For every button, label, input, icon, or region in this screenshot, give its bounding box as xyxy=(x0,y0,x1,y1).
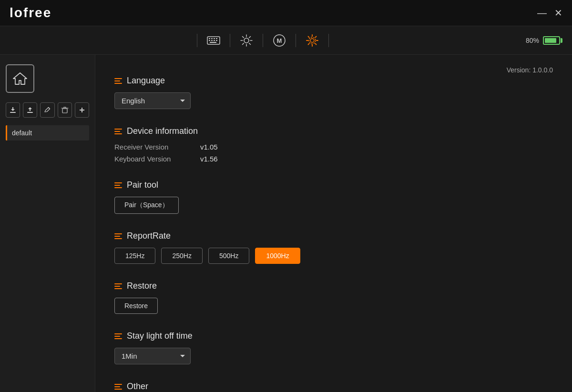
svg-rect-8 xyxy=(216,40,217,41)
rate-250hz-button[interactable]: 250Hz xyxy=(161,248,202,264)
svg-rect-1 xyxy=(209,38,210,39)
minimize-button[interactable]: — xyxy=(537,8,547,19)
restore-section-lines-icon xyxy=(114,283,122,289)
other-header: Other xyxy=(114,382,553,392)
stay-light-select[interactable]: 30Sec 1Min 2Min 5Min 10Min Never xyxy=(114,348,191,364)
app-logo: lofree xyxy=(10,5,51,20)
device-section-lines-icon xyxy=(114,129,122,134)
title-bar: lofree — ✕ xyxy=(0,0,572,26)
svg-line-16 xyxy=(249,43,251,44)
svg-rect-3 xyxy=(214,38,215,39)
nav-separator-2 xyxy=(230,34,230,47)
rate-buttons-group: 125Hz 250Hz 500Hz 1000Hz xyxy=(114,248,553,264)
other-section-lines-icon xyxy=(114,384,122,390)
report-rate-header: ReportRate xyxy=(114,231,553,241)
svg-point-22 xyxy=(309,37,316,44)
delete-button[interactable] xyxy=(58,102,72,118)
download-button[interactable] xyxy=(6,102,20,118)
language-section-title: Language xyxy=(127,76,165,86)
svg-rect-5 xyxy=(209,40,210,41)
main-layout: default Version: 1.0.0.0 Language Englis… xyxy=(0,55,572,392)
keyboard-version-row: Keyboard Version v1.56 xyxy=(114,155,553,163)
language-section-header: Language xyxy=(114,76,553,86)
stay-light-section: Stay light off time 30Sec 1Min 2Min 5Min… xyxy=(114,331,553,364)
device-info-title: Device information xyxy=(127,126,198,136)
svg-line-18 xyxy=(242,43,244,44)
light-section-lines-icon xyxy=(114,333,122,339)
other-section: Other xyxy=(114,382,553,392)
svg-line-17 xyxy=(249,36,251,38)
device-info-header: Device information xyxy=(114,126,553,136)
svg-point-21 xyxy=(310,39,314,42)
stay-light-title: Stay light off time xyxy=(127,331,193,341)
rate-500hz-button[interactable]: 500Hz xyxy=(208,248,249,264)
nav-icons: M xyxy=(192,31,334,50)
svg-point-10 xyxy=(244,38,249,43)
profile-default[interactable]: default xyxy=(6,125,89,141)
svg-rect-9 xyxy=(210,42,216,43)
rate-125hz-button[interactable]: 125Hz xyxy=(114,248,155,264)
keyboard-label: Keyboard Version xyxy=(114,155,191,163)
stay-light-header: Stay light off time xyxy=(114,331,553,341)
upload-button[interactable] xyxy=(23,102,37,118)
svg-rect-23 xyxy=(10,112,16,113)
svg-rect-25 xyxy=(62,109,67,113)
battery-icon xyxy=(543,36,562,45)
nav-separator-3 xyxy=(263,34,263,47)
receiver-value: v1.05 xyxy=(200,143,218,151)
sidebar-actions xyxy=(6,102,89,118)
battery-percent: 80% xyxy=(526,37,539,44)
nav-bar: M 80% xyxy=(0,26,572,55)
svg-rect-7 xyxy=(214,40,215,41)
light-nav-button[interactable] xyxy=(235,31,258,50)
pair-section-lines-icon xyxy=(114,182,122,188)
battery-area: 80% xyxy=(526,36,562,45)
pair-tool-title: Pair tool xyxy=(127,180,158,190)
content-area: Version: 1.0.0.0 Language English Chines… xyxy=(95,55,572,392)
svg-rect-2 xyxy=(211,38,213,39)
title-bar-controls: — ✕ xyxy=(537,7,562,19)
close-button[interactable]: ✕ xyxy=(554,7,562,19)
version-label: Version: 1.0.0.0 xyxy=(507,66,553,74)
svg-rect-4 xyxy=(216,38,217,39)
restore-button[interactable]: Restore xyxy=(114,298,158,314)
pair-button[interactable]: Pair（Space） xyxy=(114,197,179,214)
device-info-section: Device information Receiver Version v1.0… xyxy=(114,126,553,163)
restore-header: Restore xyxy=(114,281,553,291)
language-select[interactable]: English Chinese Japanese German French xyxy=(114,92,191,109)
nav-separator-4 xyxy=(296,34,296,47)
sidebar: default xyxy=(0,55,95,392)
receiver-version-row: Receiver Version v1.05 xyxy=(114,143,553,151)
rate-1000hz-button[interactable]: 1000Hz xyxy=(255,248,300,264)
nav-separator-5 xyxy=(328,34,329,47)
receiver-label: Receiver Version xyxy=(114,143,191,151)
section-lines-icon xyxy=(114,78,122,84)
settings-nav-button[interactable] xyxy=(301,31,324,50)
svg-text:M: M xyxy=(277,37,282,44)
nav-separator-1 xyxy=(197,34,197,47)
keyboard-nav-button[interactable] xyxy=(202,31,225,50)
other-title: Other xyxy=(127,382,148,392)
restore-section: Restore Restore xyxy=(114,281,553,314)
pair-tool-section: Pair tool Pair（Space） xyxy=(114,180,553,214)
keyboard-value: v1.56 xyxy=(200,155,218,163)
restore-title: Restore xyxy=(127,281,157,291)
svg-line-15 xyxy=(242,36,244,38)
add-button[interactable] xyxy=(75,102,89,118)
svg-rect-6 xyxy=(211,40,213,41)
report-rate-title: ReportRate xyxy=(127,231,171,241)
edit-button[interactable] xyxy=(40,102,54,118)
language-section: Language English Chinese Japanese German… xyxy=(114,76,553,109)
home-button[interactable] xyxy=(6,64,34,93)
svg-rect-24 xyxy=(27,112,33,113)
report-rate-section: ReportRate 125Hz 250Hz 500Hz 1000Hz xyxy=(114,231,553,264)
report-section-lines-icon xyxy=(114,233,122,239)
pair-tool-header: Pair tool xyxy=(114,180,553,190)
macro-nav-button[interactable]: M xyxy=(268,31,291,50)
